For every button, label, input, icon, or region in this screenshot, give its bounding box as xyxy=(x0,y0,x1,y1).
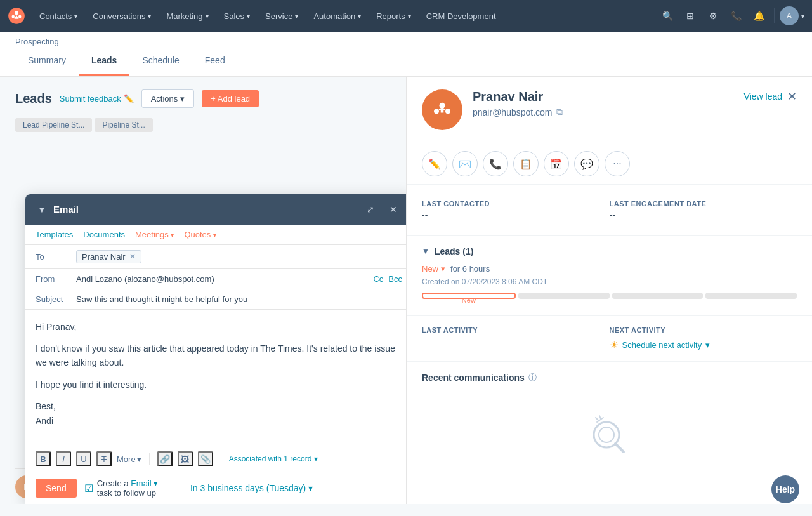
chevron-down-icon: ▾ xyxy=(74,13,77,20)
whatsapp-action-button[interactable]: 💬 xyxy=(574,151,599,176)
copy-email-icon[interactable]: ⧉ xyxy=(556,107,563,117)
follow-up-type-link[interactable]: Email ▾ xyxy=(131,479,158,488)
submit-feedback-link[interactable]: Submit feedback ✏️ xyxy=(60,94,134,103)
formatting-bar: B I U T More ▾ 🔗 🖼 📎 Associated with 1 r… xyxy=(25,446,406,472)
email-footer: Send ☑ Create a Email ▾ task to follow u… xyxy=(25,472,406,504)
notifications-icon[interactable]: 🔔 xyxy=(749,6,769,26)
recent-comms-header: Recent communications ⓘ xyxy=(422,372,797,383)
link-button[interactable]: 🔗 xyxy=(157,451,173,466)
subject-value[interactable]: Saw this and thought it might be helpful… xyxy=(76,294,402,304)
cc-link[interactable]: Cc xyxy=(373,274,383,284)
subheader: Prospecting Summary Leads Schedule Feed xyxy=(0,32,812,77)
nav-contacts[interactable]: Contacts ▾ xyxy=(33,8,84,25)
follow-up-date-link[interactable]: In 3 business days (Tuesday) ▾ xyxy=(190,483,313,493)
settings-icon[interactable]: ⚙ xyxy=(703,6,723,26)
tab-leads[interactable]: Leads xyxy=(79,46,129,76)
view-lead-link[interactable]: View lead xyxy=(744,91,782,102)
tab-summary[interactable]: Summary xyxy=(15,46,79,76)
modal-collapse-button[interactable]: ▼ xyxy=(36,203,48,216)
more-actions-button[interactable]: ··· xyxy=(605,151,630,176)
next-activity-label: NEXT ACTIVITY xyxy=(610,326,797,334)
nav-conversations[interactable]: Conversations ▾ xyxy=(86,8,157,25)
hubspot-logo[interactable] xyxy=(8,7,25,25)
associated-records-link[interactable]: Associated with 1 record ▾ xyxy=(229,454,318,463)
info-icon[interactable]: ⓘ xyxy=(528,372,537,383)
bcc-link[interactable]: Bcc xyxy=(388,274,402,284)
strikethrough-button[interactable]: T xyxy=(96,451,112,466)
templates-link[interactable]: Templates xyxy=(36,230,73,239)
expand-modal-button[interactable]: ⤢ xyxy=(362,201,379,218)
phone-icon[interactable]: 📞 xyxy=(726,6,746,26)
actions-button[interactable]: Actions ▾ xyxy=(141,89,195,108)
nav-sales[interactable]: Sales ▾ xyxy=(218,8,257,25)
more-formatting-button[interactable]: More ▾ xyxy=(117,454,141,464)
underline-button[interactable]: U xyxy=(76,451,91,466)
lead-pipeline-bar: New xyxy=(422,293,797,299)
follow-up-checkbox[interactable]: ☑ xyxy=(84,482,93,494)
nav-service[interactable]: Service ▾ xyxy=(259,8,304,25)
pipeline-stage-label: Lead Pipeline St... xyxy=(15,118,92,132)
email-body[interactable]: Hi Pranav, I don't know if you saw this … xyxy=(25,310,406,446)
nav-reports[interactable]: Reports ▾ xyxy=(370,8,417,25)
marketplace-icon[interactable]: ⊞ xyxy=(680,6,700,26)
svg-point-3 xyxy=(11,15,15,18)
image-button[interactable]: 🖼 xyxy=(178,451,193,466)
call-action-button[interactable]: 📞 xyxy=(483,151,508,176)
email-modal-header: ▼ Email ⤢ ✕ xyxy=(25,194,406,225)
cc-bcc-links: Cc Bcc xyxy=(373,274,402,284)
email-compose-modal: ▼ Email ⤢ ✕ Templates Documents Meetings… xyxy=(25,194,406,504)
quotes-link[interactable]: Quotes ▾ xyxy=(184,230,216,239)
close-modal-button[interactable]: ✕ xyxy=(384,201,402,218)
tab-schedule[interactable]: Schedule xyxy=(129,46,192,76)
chevron-down-icon: ▾ xyxy=(247,13,250,20)
meeting-action-button[interactable]: 📅 xyxy=(544,151,569,176)
lead-created-date: Created on 07/20/2023 8:06 AM CDT xyxy=(422,277,797,286)
tab-feed[interactable]: Feed xyxy=(192,46,238,76)
lead-duration: for 6 hours xyxy=(450,264,490,274)
body-greeting: Hi Pranav, xyxy=(36,320,402,334)
attachment-button[interactable]: 📎 xyxy=(198,451,213,466)
lead-status-row: New ▾ for 6 hours xyxy=(422,264,797,274)
close-panel-button[interactable]: ✕ xyxy=(787,89,797,103)
task-action-button[interactable]: 📋 xyxy=(513,151,539,176)
leads-collapse-icon[interactable]: ▼ xyxy=(422,247,429,256)
help-button[interactable]: Help xyxy=(771,475,799,503)
from-field: From Andi Lozano (alozano@hubspot.com) C… xyxy=(25,269,406,289)
bold-button[interactable]: B xyxy=(36,451,51,466)
meetings-link[interactable]: Meetings ▾ xyxy=(135,230,174,239)
documents-link[interactable]: Documents xyxy=(83,230,125,239)
send-button[interactable]: Send xyxy=(36,479,77,498)
feedback-icon: ✏️ xyxy=(124,94,134,103)
lead-status-badge[interactable]: New ▾ xyxy=(422,264,445,274)
add-lead-button[interactable]: + Add lead xyxy=(202,90,259,107)
schedule-next-activity-link[interactable]: ☀ Schedule next activity ▾ xyxy=(610,339,797,351)
nav-marketing[interactable]: Marketing ▾ xyxy=(160,8,214,25)
body-paragraph-2: I hope you find it interesting. xyxy=(36,378,402,392)
leads-section-title: Leads xyxy=(15,91,52,106)
main-layout: Leads Submit feedback ✏️ Actions ▾ + Add… xyxy=(0,77,812,504)
nav-automation[interactable]: Automation ▾ xyxy=(307,8,367,25)
pipeline-stage-label-2: Pipeline St... xyxy=(95,118,152,132)
last-contacted-value: -- xyxy=(422,210,610,220)
empty-illustration xyxy=(584,406,635,459)
chevron-down-icon: ▾ xyxy=(206,13,209,20)
formatting-divider-2 xyxy=(221,453,221,465)
pipeline-header-row: Lead Pipeline St... Pipeline St... xyxy=(15,118,391,132)
search-icon[interactable]: 🔍 xyxy=(657,6,678,26)
chevron-down-icon: ▾ xyxy=(295,13,298,20)
remove-recipient-button[interactable]: ✕ xyxy=(129,252,136,261)
user-avatar[interactable]: A xyxy=(780,6,799,25)
email-action-button[interactable]: ✉️ xyxy=(452,151,478,176)
contact-avatar xyxy=(422,89,462,130)
follow-up-row: ☑ Create a Email ▾ task to follow up xyxy=(84,479,166,498)
svg-line-14 xyxy=(596,418,598,420)
italic-button[interactable]: I xyxy=(56,451,71,466)
recipient-tag[interactable]: Pranav Nair ✕ xyxy=(76,250,141,263)
note-action-button[interactable]: ✏️ xyxy=(422,151,447,176)
nav-crm-development[interactable]: CRM Development xyxy=(420,8,502,25)
tab-bar: Summary Leads Schedule Feed xyxy=(15,46,797,76)
empty-state-illustration xyxy=(584,406,635,457)
contact-email-row: pnair@hubspot.com ⧉ xyxy=(473,107,734,117)
nav-divider xyxy=(774,8,775,23)
follow-up-date-row: In 3 business days (Tuesday) ▾ xyxy=(174,483,402,493)
